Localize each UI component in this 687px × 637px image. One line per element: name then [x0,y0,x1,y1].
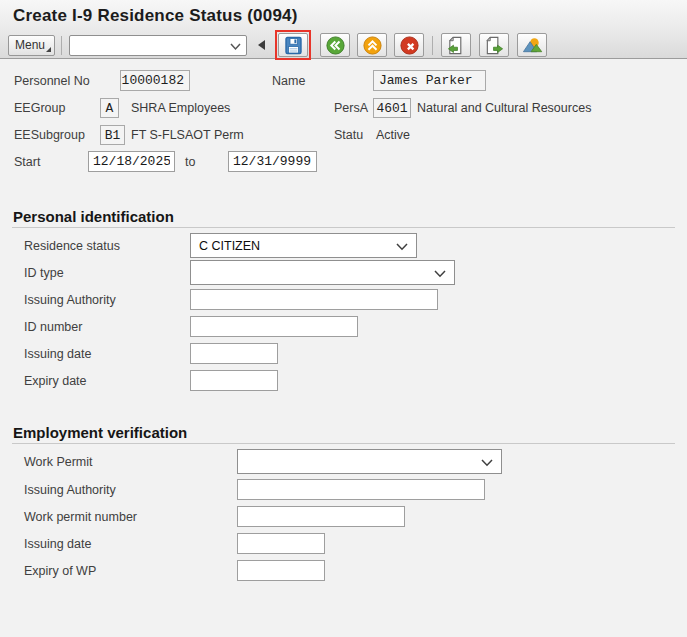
id-number-label: ID number [24,320,82,334]
work-permit-label: Work Permit [24,455,93,469]
back-icon [325,35,346,56]
work-permit-select[interactable] [237,449,502,474]
status-label: Statu [334,128,363,142]
work-permit-number-label: Work permit number [24,510,137,524]
titlebar: Create I-9 Residence Status (0094) [0,0,687,32]
save-button[interactable] [278,33,308,57]
previous-record-button[interactable] [441,33,471,57]
overview-icon [522,35,543,56]
residence-status-select[interactable]: C CITIZEN [190,233,417,258]
next-record-icon [484,35,505,56]
personnel-no-label: Personnel No [14,74,90,88]
menu-button-label: Menu [15,38,45,52]
personnel-no-field[interactable]: 10000182 [120,70,190,91]
back-button[interactable] [320,33,350,57]
chevron-down-icon [434,270,446,278]
chevron-down-icon [481,459,493,467]
ee-group-code-field[interactable]: A [100,98,119,118]
collapse-toolbar-icon[interactable] [258,40,265,50]
cancel-button[interactable] [394,33,424,57]
section-divider [12,227,675,228]
expiry-date-label: Expiry date [24,374,87,388]
pi-issuing-authority-label: Issuing Authority [24,293,116,307]
name-field[interactable]: James Parker [373,70,486,91]
status-value: Active [376,128,410,142]
section-title-employment-verification: Employment verification [13,424,187,441]
name-label: Name [272,74,305,88]
section-title-personal-identification: Personal identification [13,208,174,225]
ee-subgroup-code-field[interactable]: B1 [100,125,125,145]
ee-group-text: SHRA Employees [131,101,230,115]
toolbar-separator [432,36,433,55]
expiry-of-wp-label: Expiry of WP [24,564,96,578]
expiry-date-input[interactable] [190,370,278,391]
toolbar-separator [61,36,62,55]
ev-issuing-date-label: Issuing date [24,537,91,551]
pi-issuing-authority-input[interactable] [190,289,438,310]
section-divider [12,443,675,444]
pi-issuing-date-label: Issuing date [24,347,91,361]
ev-issuing-authority-input[interactable] [237,479,485,500]
exit-button[interactable] [357,33,387,57]
id-type-label: ID type [24,266,64,280]
exit-icon [362,35,383,56]
save-button-highlight [275,30,311,60]
start-date-input[interactable] [88,151,175,172]
end-date-input[interactable] [228,151,317,172]
cancel-icon [399,35,420,56]
save-icon [284,36,303,55]
ev-issuing-authority-label: Issuing Authority [24,483,116,497]
id-number-input[interactable] [190,316,358,337]
menu-dropdown-triangle-icon [46,47,51,52]
chevron-down-icon [396,243,408,251]
overview-button[interactable] [517,33,547,57]
ee-subgroup-label: EESubgroup [14,128,85,142]
ee-subgroup-text: FT S-FLSAOT Perm [131,128,244,142]
id-type-select[interactable] [190,260,455,285]
work-permit-number-input[interactable] [237,506,405,527]
next-record-button[interactable] [479,33,509,57]
page-title: Create I-9 Residence Status (0094) [13,6,298,26]
residence-status-label: Residence status [24,239,120,253]
expiry-of-wp-input[interactable] [237,560,325,581]
command-combobox[interactable] [69,35,247,56]
pi-issuing-date-input[interactable] [190,343,278,364]
pers-area-text: Natural and Cultural Resources [417,101,591,115]
residence-status-value: C CITIZEN [199,239,260,253]
start-date-label: Start [14,155,40,169]
application-toolbar: Menu [0,32,687,59]
ee-group-label: EEGroup [14,101,65,115]
to-label: to [185,155,195,169]
pers-area-label: PersA [334,101,368,115]
sap-window: Create I-9 Residence Status (0094) Menu [0,0,687,637]
pers-area-code-field[interactable]: 4601 [373,98,411,118]
chevron-down-icon [230,43,241,51]
menu-button[interactable]: Menu [8,35,55,56]
previous-record-icon [446,35,467,56]
ev-issuing-date-input[interactable] [237,533,325,554]
